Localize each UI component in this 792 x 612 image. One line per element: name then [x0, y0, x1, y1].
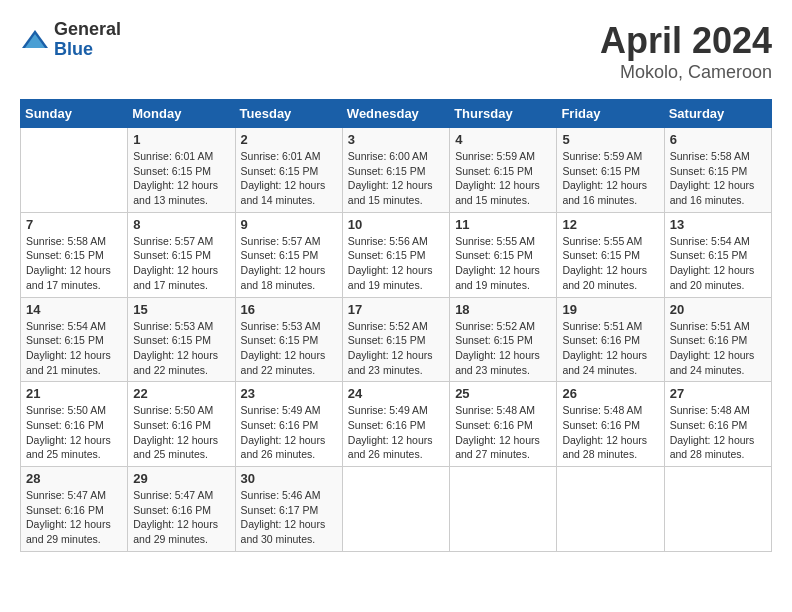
column-header-sunday: Sunday: [21, 100, 128, 128]
day-number: 19: [562, 302, 658, 317]
day-info: Sunrise: 5:55 AM Sunset: 6:15 PM Dayligh…: [455, 234, 551, 293]
day-number: 15: [133, 302, 229, 317]
day-info: Sunrise: 5:58 AM Sunset: 6:15 PM Dayligh…: [670, 149, 766, 208]
day-number: 11: [455, 217, 551, 232]
calendar-cell: 18Sunrise: 5:52 AM Sunset: 6:15 PM Dayli…: [450, 297, 557, 382]
day-number: 4: [455, 132, 551, 147]
logo-blue-text: Blue: [54, 40, 121, 60]
day-info: Sunrise: 5:48 AM Sunset: 6:16 PM Dayligh…: [562, 403, 658, 462]
day-number: 17: [348, 302, 444, 317]
day-number: 14: [26, 302, 122, 317]
column-header-saturday: Saturday: [664, 100, 771, 128]
calendar-cell: 5Sunrise: 5:59 AM Sunset: 6:15 PM Daylig…: [557, 128, 664, 213]
day-info: Sunrise: 5:49 AM Sunset: 6:16 PM Dayligh…: [348, 403, 444, 462]
day-number: 27: [670, 386, 766, 401]
day-number: 3: [348, 132, 444, 147]
day-number: 9: [241, 217, 337, 232]
calendar-cell: 21Sunrise: 5:50 AM Sunset: 6:16 PM Dayli…: [21, 382, 128, 467]
calendar-cell: 20Sunrise: 5:51 AM Sunset: 6:16 PM Dayli…: [664, 297, 771, 382]
day-number: 29: [133, 471, 229, 486]
day-number: 6: [670, 132, 766, 147]
day-info: Sunrise: 5:50 AM Sunset: 6:16 PM Dayligh…: [26, 403, 122, 462]
calendar-cell: 12Sunrise: 5:55 AM Sunset: 6:15 PM Dayli…: [557, 212, 664, 297]
day-number: 2: [241, 132, 337, 147]
day-number: 16: [241, 302, 337, 317]
day-number: 25: [455, 386, 551, 401]
column-header-monday: Monday: [128, 100, 235, 128]
calendar-cell: 29Sunrise: 5:47 AM Sunset: 6:16 PM Dayli…: [128, 467, 235, 552]
calendar-cell: 27Sunrise: 5:48 AM Sunset: 6:16 PM Dayli…: [664, 382, 771, 467]
calendar-cell: 14Sunrise: 5:54 AM Sunset: 6:15 PM Dayli…: [21, 297, 128, 382]
day-info: Sunrise: 5:49 AM Sunset: 6:16 PM Dayligh…: [241, 403, 337, 462]
day-number: 21: [26, 386, 122, 401]
calendar-cell: 3Sunrise: 6:00 AM Sunset: 6:15 PM Daylig…: [342, 128, 449, 213]
day-number: 28: [26, 471, 122, 486]
day-number: 26: [562, 386, 658, 401]
logo-general-text: General: [54, 20, 121, 40]
calendar-week-row: 14Sunrise: 5:54 AM Sunset: 6:15 PM Dayli…: [21, 297, 772, 382]
calendar-cell: 26Sunrise: 5:48 AM Sunset: 6:16 PM Dayli…: [557, 382, 664, 467]
column-header-wednesday: Wednesday: [342, 100, 449, 128]
day-info: Sunrise: 6:01 AM Sunset: 6:15 PM Dayligh…: [133, 149, 229, 208]
calendar-subtitle: Mokolo, Cameroon: [600, 62, 772, 83]
day-info: Sunrise: 5:59 AM Sunset: 6:15 PM Dayligh…: [562, 149, 658, 208]
column-header-thursday: Thursday: [450, 100, 557, 128]
day-info: Sunrise: 5:53 AM Sunset: 6:15 PM Dayligh…: [241, 319, 337, 378]
column-header-tuesday: Tuesday: [235, 100, 342, 128]
day-info: Sunrise: 5:48 AM Sunset: 6:16 PM Dayligh…: [670, 403, 766, 462]
day-info: Sunrise: 5:52 AM Sunset: 6:15 PM Dayligh…: [455, 319, 551, 378]
calendar-week-row: 28Sunrise: 5:47 AM Sunset: 6:16 PM Dayli…: [21, 467, 772, 552]
day-number: 8: [133, 217, 229, 232]
calendar-cell: 11Sunrise: 5:55 AM Sunset: 6:15 PM Dayli…: [450, 212, 557, 297]
day-info: Sunrise: 5:58 AM Sunset: 6:15 PM Dayligh…: [26, 234, 122, 293]
day-info: Sunrise: 5:46 AM Sunset: 6:17 PM Dayligh…: [241, 488, 337, 547]
calendar-cell: 24Sunrise: 5:49 AM Sunset: 6:16 PM Dayli…: [342, 382, 449, 467]
calendar-week-row: 7Sunrise: 5:58 AM Sunset: 6:15 PM Daylig…: [21, 212, 772, 297]
calendar-cell: 8Sunrise: 5:57 AM Sunset: 6:15 PM Daylig…: [128, 212, 235, 297]
calendar-cell: 16Sunrise: 5:53 AM Sunset: 6:15 PM Dayli…: [235, 297, 342, 382]
day-info: Sunrise: 5:53 AM Sunset: 6:15 PM Dayligh…: [133, 319, 229, 378]
calendar-week-row: 21Sunrise: 5:50 AM Sunset: 6:16 PM Dayli…: [21, 382, 772, 467]
calendar-cell: 6Sunrise: 5:58 AM Sunset: 6:15 PM Daylig…: [664, 128, 771, 213]
day-info: Sunrise: 5:55 AM Sunset: 6:15 PM Dayligh…: [562, 234, 658, 293]
day-info: Sunrise: 5:56 AM Sunset: 6:15 PM Dayligh…: [348, 234, 444, 293]
day-number: 12: [562, 217, 658, 232]
day-number: 10: [348, 217, 444, 232]
calendar-cell: 10Sunrise: 5:56 AM Sunset: 6:15 PM Dayli…: [342, 212, 449, 297]
day-number: 22: [133, 386, 229, 401]
day-info: Sunrise: 5:54 AM Sunset: 6:15 PM Dayligh…: [670, 234, 766, 293]
day-info: Sunrise: 5:51 AM Sunset: 6:16 PM Dayligh…: [670, 319, 766, 378]
day-number: 23: [241, 386, 337, 401]
day-number: 7: [26, 217, 122, 232]
day-info: Sunrise: 5:57 AM Sunset: 6:15 PM Dayligh…: [241, 234, 337, 293]
day-number: 18: [455, 302, 551, 317]
calendar-cell: 7Sunrise: 5:58 AM Sunset: 6:15 PM Daylig…: [21, 212, 128, 297]
calendar-header-row: SundayMondayTuesdayWednesdayThursdayFrid…: [21, 100, 772, 128]
day-info: Sunrise: 5:59 AM Sunset: 6:15 PM Dayligh…: [455, 149, 551, 208]
page-header: General Blue April 2024 Mokolo, Cameroon: [20, 20, 772, 83]
calendar-cell: 9Sunrise: 5:57 AM Sunset: 6:15 PM Daylig…: [235, 212, 342, 297]
day-info: Sunrise: 5:48 AM Sunset: 6:16 PM Dayligh…: [455, 403, 551, 462]
calendar-cell: 30Sunrise: 5:46 AM Sunset: 6:17 PM Dayli…: [235, 467, 342, 552]
day-info: Sunrise: 5:51 AM Sunset: 6:16 PM Dayligh…: [562, 319, 658, 378]
calendar-cell: [450, 467, 557, 552]
day-number: 13: [670, 217, 766, 232]
calendar-title: April 2024: [600, 20, 772, 62]
day-number: 5: [562, 132, 658, 147]
calendar-cell: 4Sunrise: 5:59 AM Sunset: 6:15 PM Daylig…: [450, 128, 557, 213]
day-info: Sunrise: 5:57 AM Sunset: 6:15 PM Dayligh…: [133, 234, 229, 293]
calendar-cell: [342, 467, 449, 552]
day-info: Sunrise: 5:47 AM Sunset: 6:16 PM Dayligh…: [133, 488, 229, 547]
calendar-cell: 17Sunrise: 5:52 AM Sunset: 6:15 PM Dayli…: [342, 297, 449, 382]
calendar-cell: [21, 128, 128, 213]
day-number: 20: [670, 302, 766, 317]
day-info: Sunrise: 5:54 AM Sunset: 6:15 PM Dayligh…: [26, 319, 122, 378]
logo: General Blue: [20, 20, 121, 60]
day-info: Sunrise: 5:47 AM Sunset: 6:16 PM Dayligh…: [26, 488, 122, 547]
day-number: 30: [241, 471, 337, 486]
day-info: Sunrise: 6:00 AM Sunset: 6:15 PM Dayligh…: [348, 149, 444, 208]
day-info: Sunrise: 6:01 AM Sunset: 6:15 PM Dayligh…: [241, 149, 337, 208]
calendar-week-row: 1Sunrise: 6:01 AM Sunset: 6:15 PM Daylig…: [21, 128, 772, 213]
day-number: 1: [133, 132, 229, 147]
title-section: April 2024 Mokolo, Cameroon: [600, 20, 772, 83]
